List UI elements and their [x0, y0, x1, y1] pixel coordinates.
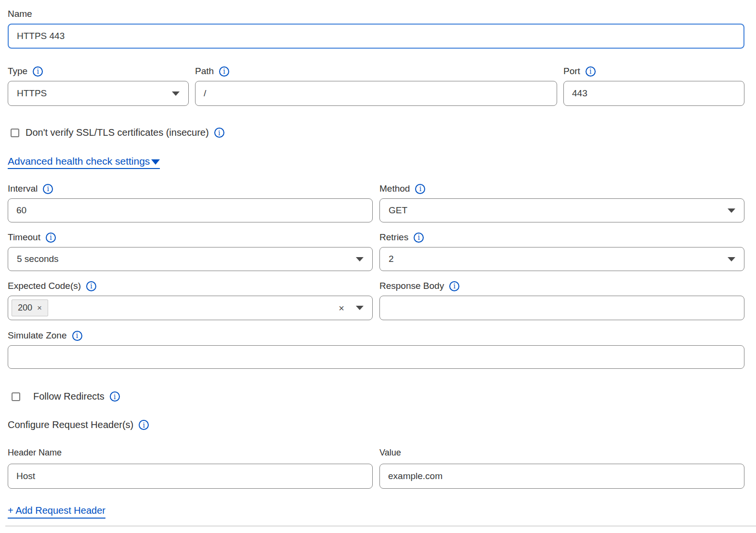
expected-codes-label-text: Expected Code(s): [8, 281, 81, 291]
header-name-input[interactable]: [8, 464, 373, 489]
path-field-group: Path i: [195, 66, 557, 106]
response-body-label: Response Body i: [379, 281, 744, 291]
expected-codes-multiselect[interactable]: 200 × ×: [8, 296, 373, 320]
caret-down-icon: [728, 257, 735, 261]
caret-down-icon[interactable]: [356, 306, 364, 310]
caret-down-icon: [172, 91, 180, 96]
timeout-label-text: Timeout: [8, 232, 40, 243]
multiselect-controls: ×: [339, 303, 364, 313]
simulate-zone-info-icon[interactable]: i: [72, 331, 82, 341]
interval-info-icon[interactable]: i: [43, 184, 53, 194]
header-name-field-group: Header Name: [8, 448, 373, 489]
timeout-select[interactable]: 5 seconds: [8, 247, 373, 271]
add-header-row: + Add Request Header: [8, 505, 744, 519]
retries-label: Retries i: [379, 232, 744, 243]
timeout-select-value: 5 seconds: [17, 254, 59, 264]
interval-label: Interval i: [8, 183, 373, 194]
follow-redirects-info-icon[interactable]: i: [110, 391, 120, 402]
interval-input[interactable]: [8, 198, 373, 222]
response-body-field-group: Response Body i: [379, 281, 744, 320]
header-name-column-label: Header Name: [8, 448, 373, 458]
path-label: Path i: [195, 66, 557, 77]
path-label-text: Path: [195, 66, 214, 77]
expected-code-tag: 200 ×: [12, 299, 48, 316]
caret-down-icon: [151, 159, 160, 165]
request-headers-info-icon[interactable]: i: [139, 420, 149, 430]
name-label-text: Name: [8, 9, 32, 19]
codes-body-row: Expected Code(s) i 200 × × Response Body…: [8, 281, 744, 320]
retries-select-value: 2: [389, 254, 394, 264]
interval-label-text: Interval: [8, 183, 38, 194]
method-label: Method i: [379, 183, 744, 194]
path-input[interactable]: [195, 81, 557, 106]
expected-codes-field-group: Expected Code(s) i 200 × ×: [8, 281, 373, 320]
response-body-label-text: Response Body: [379, 281, 444, 291]
add-request-header-link[interactable]: + Add Request Header: [8, 505, 105, 519]
request-header-row: Header Name Value: [8, 448, 744, 489]
method-info-icon[interactable]: i: [415, 184, 425, 194]
header-value-input[interactable]: [379, 464, 744, 489]
retries-info-icon[interactable]: i: [414, 233, 424, 243]
header-value-field-group: Value: [379, 448, 744, 489]
timeout-field-group: Timeout i 5 seconds: [8, 232, 373, 271]
advanced-settings-row: Advanced health check settings: [8, 156, 744, 169]
port-label-text: Port: [563, 66, 580, 77]
type-field-group: Type i HTTPS: [8, 66, 189, 106]
name-field-group: Name: [8, 9, 744, 49]
port-input[interactable]: [563, 81, 744, 106]
port-field-group: Port i: [563, 66, 744, 106]
method-label-text: Method: [379, 183, 410, 194]
type-info-icon[interactable]: i: [33, 66, 43, 77]
ssl-verify-checkbox-row: Don't verify SSL/TLS certificates (insec…: [8, 127, 744, 138]
port-label: Port i: [563, 66, 744, 77]
caret-down-icon: [728, 208, 735, 213]
expected-codes-info-icon[interactable]: i: [86, 281, 96, 291]
remove-tag-icon[interactable]: ×: [37, 303, 42, 313]
method-field-group: Method i GET: [379, 183, 744, 222]
caret-down-icon: [356, 257, 364, 261]
simulate-zone-label: Simulate Zone i: [8, 330, 744, 341]
retries-field-group: Retries i 2: [379, 232, 744, 271]
method-select[interactable]: GET: [379, 198, 744, 222]
expected-code-tag-text: 200: [18, 303, 32, 313]
ssl-verify-info-icon[interactable]: i: [214, 128, 224, 138]
simulate-zone-field-group: Simulate Zone i: [8, 330, 744, 369]
timeout-retries-row: Timeout i 5 seconds Retries i 2: [8, 232, 744, 271]
type-label-text: Type: [8, 66, 27, 77]
type-select-value: HTTPS: [17, 88, 47, 99]
method-select-value: GET: [389, 205, 407, 216]
follow-redirects-row: Follow Redirects i: [8, 391, 744, 402]
name-input[interactable]: [8, 24, 744, 49]
health-check-form: Name Type i HTTPS Path i Port i: [0, 0, 756, 533]
type-select[interactable]: HTTPS: [8, 81, 189, 106]
expected-codes-label: Expected Code(s) i: [8, 281, 373, 291]
follow-redirects-label: Follow Redirects: [33, 391, 104, 402]
section-divider: [5, 526, 756, 526]
follow-redirects-checkbox[interactable]: [12, 392, 20, 401]
retries-select[interactable]: 2: [379, 247, 744, 271]
advanced-settings-link[interactable]: Advanced health check settings: [8, 156, 160, 169]
response-body-info-icon[interactable]: i: [449, 281, 459, 291]
timeout-info-icon[interactable]: i: [46, 233, 56, 243]
interval-method-row: Interval i Method i GET: [8, 183, 744, 222]
ssl-verify-label: Don't verify SSL/TLS certificates (insec…: [26, 127, 209, 138]
simulate-zone-input[interactable]: [8, 345, 744, 369]
retries-label-text: Retries: [379, 232, 408, 243]
ssl-verify-checkbox[interactable]: [11, 129, 19, 137]
request-headers-section-text: Configure Request Header(s): [8, 419, 133, 430]
name-label: Name: [8, 9, 744, 19]
interval-field-group: Interval i: [8, 183, 373, 222]
path-info-icon[interactable]: i: [219, 66, 229, 77]
clear-all-icon[interactable]: ×: [339, 303, 344, 313]
header-value-column-label: Value: [379, 448, 744, 458]
type-label: Type i: [8, 66, 189, 77]
timeout-label: Timeout i: [8, 232, 373, 243]
port-info-icon[interactable]: i: [586, 66, 596, 77]
advanced-settings-link-text: Advanced health check settings: [8, 156, 150, 167]
simulate-zone-label-text: Simulate Zone: [8, 330, 67, 341]
response-body-input[interactable]: [379, 296, 744, 320]
request-headers-section-label: Configure Request Header(s) i: [8, 419, 744, 430]
type-path-port-row: Type i HTTPS Path i Port i: [8, 66, 744, 106]
